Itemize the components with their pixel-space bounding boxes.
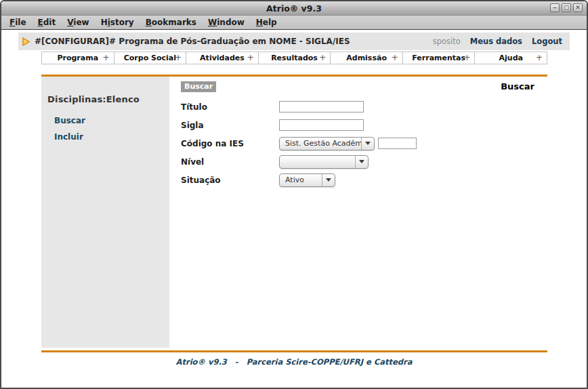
titulo-input[interactable] <box>279 101 364 112</box>
window-titlebar: Atrio® v9.3 − □ ✕ <box>1 1 587 16</box>
menu-file[interactable]: File <box>9 18 26 27</box>
form-row-titulo: Título <box>181 100 547 114</box>
plus-icon[interactable]: + <box>392 53 398 62</box>
sidebar-item-incluir[interactable]: Incluir <box>54 132 164 142</box>
plus-icon[interactable]: + <box>319 53 326 62</box>
plus-icon[interactable]: + <box>103 53 110 62</box>
menubar: File Edit View History Bookmarks Window … <box>1 16 587 30</box>
main-header-row: Buscar Buscar <box>181 81 547 92</box>
plus-icon[interactable]: + <box>247 53 254 62</box>
app-header-band: #[CONFIGURAR]# Programa de Pós-Graduação… <box>18 33 570 50</box>
window-title: Atrio® v9.3 <box>266 3 322 14</box>
nivel-label: Nível <box>181 157 279 167</box>
plus-icon[interactable]: + <box>175 53 182 62</box>
codigo-ies-input[interactable] <box>378 138 417 149</box>
form-row-sigla: Sigla <box>181 118 547 132</box>
menu-view[interactable]: View <box>67 18 89 27</box>
window-controls: − □ ✕ <box>550 3 583 12</box>
dropdown-arrow-icon <box>361 138 374 150</box>
main-panel: Buscar Buscar Título Sigla Código na IES… <box>169 77 547 348</box>
sigla-input[interactable] <box>279 119 364 131</box>
tab-ajuda[interactable]: Ajuda+ <box>474 52 547 64</box>
menu-help[interactable]: Help <box>256 18 277 27</box>
situacao-label: Situação <box>181 176 279 185</box>
username-label: sposito <box>433 37 461 46</box>
sidebar-item-buscar[interactable]: Buscar <box>54 116 164 125</box>
footer-text: Atrio® v9.3 - Parceria Scire-COPPE/UFRJ … <box>1 357 587 367</box>
tab-programa[interactable]: Programa+ <box>41 52 114 64</box>
program-title: #[CONFIGURAR]# Programa de Pós-Graduação… <box>35 37 350 46</box>
app-header-right: sposito Meus dados Logout <box>433 37 562 46</box>
sistema-gestao-select[interactable]: Sist. Gestão Acadêmica <box>279 137 375 150</box>
tab-resultados[interactable]: Resultados+ <box>258 52 331 64</box>
close-icon[interactable]: ✕ <box>573 3 583 12</box>
plus-icon[interactable]: + <box>536 53 543 62</box>
dropdown-arrow-icon <box>322 174 335 186</box>
tab-corpo-social[interactable]: Corpo Social+ <box>114 52 187 64</box>
tab-admissao[interactable]: Admissão+ <box>330 52 403 64</box>
sigla-label: Sigla <box>181 121 279 130</box>
meus-dados-link[interactable]: Meus dados <box>470 37 522 46</box>
tab-atividades[interactable]: Atividades+ <box>186 52 259 64</box>
codigo-ies-label: Código na IES <box>181 139 279 148</box>
section-badge: Buscar <box>181 81 216 92</box>
plus-icon[interactable]: + <box>463 53 470 62</box>
situacao-select[interactable]: Ativo <box>279 173 335 187</box>
play-arrow-icon <box>22 37 30 46</box>
menu-edit[interactable]: Edit <box>38 18 56 27</box>
content-area: Disciplinas:Elenco Buscar Incluir Buscar… <box>41 75 547 348</box>
browser-window: Atrio® v9.3 − □ ✕ File Edit View History… <box>0 0 588 389</box>
menu-history[interactable]: History <box>101 18 134 27</box>
sidebar: Disciplinas:Elenco Buscar Incluir <box>41 77 169 348</box>
page-title: Buscar <box>501 81 534 91</box>
minimize-icon[interactable]: − <box>550 3 560 12</box>
nivel-select[interactable] <box>279 155 369 169</box>
logout-link[interactable]: Logout <box>532 37 562 46</box>
sidebar-heading: Disciplinas:Elenco <box>47 94 164 104</box>
page-content: #[CONFIGURAR]# Programa de Pós-Graduação… <box>1 33 587 389</box>
titulo-label: Título <box>181 102 279 112</box>
form-row-nivel: Nível <box>181 155 547 169</box>
menu-window[interactable]: Window <box>208 18 245 27</box>
form-row-situacao: Situação Ativo <box>181 173 547 187</box>
footer-divider <box>41 350 547 352</box>
main-nav-tabs: Programa+ Corpo Social+ Atividades+ Resu… <box>41 52 547 64</box>
menu-bookmarks[interactable]: Bookmarks <box>146 18 196 27</box>
form-row-codigo-ies: Código na IES Sist. Gestão Acadêmica <box>181 136 547 150</box>
app-header-left: #[CONFIGURAR]# Programa de Pós-Graduação… <box>22 37 433 46</box>
sidebar-links: Buscar Incluir <box>47 116 164 142</box>
dropdown-arrow-icon <box>355 156 368 168</box>
tab-ferramentas[interactable]: Ferramentas+ <box>402 52 476 64</box>
maximize-icon[interactable]: □ <box>562 3 571 12</box>
